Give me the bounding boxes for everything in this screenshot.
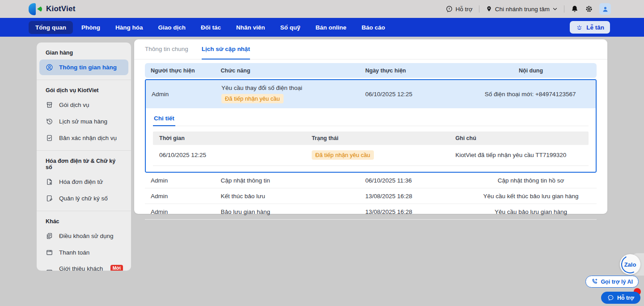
column-header: Ngày thực hiện: [360, 68, 468, 74]
nav-tab-doi-tac[interactable]: Đối tác: [194, 21, 228, 34]
terms-icon: [46, 232, 53, 240]
cell-content: Yêu cầu bảo lưu gian hàng: [468, 208, 597, 215]
zalo-button[interactable]: Zalo: [620, 254, 640, 275]
nav-tab-so-quy[interactable]: Sổ quỹ: [274, 21, 307, 34]
sidebar-item-hoa-don-dien-tu[interactable]: Hóa đơn điện tử: [39, 174, 128, 190]
cell-content: Số điện thoại mới: +84974123567: [467, 91, 596, 98]
phone-plus-icon: [591, 278, 598, 285]
sidebar-item-label: Bản xác nhận dịch vụ: [59, 135, 117, 141]
sidebar-item-label: Quản lý chữ ký số: [59, 195, 108, 202]
settings-sidebar: Gian hàng Thông tin gian hàng Gói dịch v…: [37, 42, 131, 271]
sidebar-section-gian-hang: Gian hàng: [37, 45, 131, 59]
status-badge: Đã tiếp nhận yêu cầu: [312, 150, 374, 160]
detail-row: 06/10/2025 12:25 Đã tiếp nhận yêu cầu Ki…: [153, 145, 589, 166]
sidebar-item-thong-tin-gian-hang[interactable]: Thông tin gian hàng: [39, 60, 128, 75]
settings-button[interactable]: [585, 5, 593, 13]
tab-thong-tin-chung[interactable]: Thông tin chung: [145, 39, 188, 60]
column-header: Trạng thái: [305, 135, 449, 141]
cell-user: Admin: [145, 208, 215, 215]
brand-name: KiotViet: [46, 4, 76, 13]
table-row[interactable]: Admin Kết thúc bảo lưu 13/08/2025 16:28 …: [145, 188, 597, 204]
cell-date: 06/10/2025 11:36: [360, 177, 468, 184]
help-label: Hỗ trợ: [456, 6, 473, 13]
nav-tab-phong[interactable]: Phòng: [75, 21, 107, 34]
chat-bubble-icon: [607, 294, 614, 301]
cell-date: 06/10/2025 12:25: [360, 91, 467, 98]
reception-label: Lễ tân: [586, 24, 604, 31]
tab-chi-tiet[interactable]: Chi tiết: [153, 112, 175, 126]
support-button-label: Hỗ trợ: [617, 295, 634, 301]
status-badge: Đã tiếp nhận yêu cầu: [221, 94, 284, 103]
nav-tab-bao-cao[interactable]: Báo cáo: [355, 21, 392, 34]
history-table: Người thực hiện Chức năng Ngày thực hiện…: [134, 60, 607, 220]
cell-function: Yêu cầu thay đổi số điện thoại Đã tiếp n…: [216, 85, 360, 103]
support-chat-button[interactable]: Hỗ trợ: [601, 292, 640, 304]
sidebar-item-label: Hóa đơn điện tử: [59, 178, 103, 185]
gear-icon: [585, 5, 593, 13]
nav-tab-hang-hoa[interactable]: Hàng hóa: [109, 21, 150, 34]
tab-lich-su-cap-nhat[interactable]: Lịch sử cập nhật: [202, 39, 250, 60]
divider: [153, 126, 589, 126]
detail-section: Chi tiết Thời gian Trạng thái Ghi chú 06…: [146, 108, 596, 172]
payment-icon: [46, 249, 53, 256]
divider: [479, 5, 479, 13]
bell-icon: [571, 5, 579, 13]
kiotviet-logo-icon: [29, 3, 42, 15]
nav-tab-ban-online[interactable]: Bán online: [309, 21, 353, 34]
cell-function: Cập nhật thông tin: [215, 177, 360, 184]
new-badge: Mới: [110, 265, 123, 271]
column-header: Người thực hiện: [145, 68, 215, 74]
table-header-row: Người thực hiện Chức năng Ngày thực hiện…: [145, 63, 597, 78]
ai-button-label: Gọi trợ lý AI: [601, 279, 633, 285]
nav-tab-nhan-vien[interactable]: Nhân viên: [229, 21, 272, 34]
table-row[interactable]: Admin Bảo lưu gian hàng 13/08/2025 16:28…: [145, 204, 597, 220]
signature-icon: [46, 195, 53, 202]
cell-time: 06/10/2025 12:25: [153, 152, 305, 158]
ai-assistant-call-button[interactable]: Gọi trợ lý AI: [585, 276, 639, 288]
location-pin-icon: [486, 5, 492, 13]
help-link[interactable]: Hỗ trợ: [445, 5, 473, 13]
cell-user: Admin: [145, 177, 215, 184]
envelope-icon: [46, 268, 53, 271]
branch-label: Chi nhánh trung tâm: [495, 6, 550, 13]
kiotviet-logo: KiotViet: [29, 3, 76, 15]
cell-function: Kết thúc bảo lưu: [215, 193, 360, 200]
sidebar-item-goi-dich-vu[interactable]: Gói dịch vụ: [39, 97, 128, 113]
sidebar-item-lich-su-mua-hang[interactable]: Lịch sử mua hàng: [39, 114, 128, 129]
main-nav: Tổng quan Phòng Hàng hóa Giao dịch Đối t…: [0, 18, 644, 37]
sidebar-item-label: Giới thiệu khách hàng: [59, 265, 104, 271]
cell-date: 13/08/2025 16:28: [360, 193, 468, 200]
lotus-icon: [576, 24, 583, 31]
top-bar: KiotViet Hỗ trợ Chi nhánh trung tâm: [0, 0, 644, 18]
user-avatar[interactable]: [599, 3, 611, 15]
column-header: Thời gian: [153, 135, 305, 141]
sidebar-item-quan-ly-chu-ky-so[interactable]: Quản lý chữ ký số: [39, 191, 128, 206]
divider: [564, 5, 564, 13]
sidebar-item-label: Lịch sử mua hàng: [59, 118, 107, 125]
sidebar-item-dieu-khoan-su-dung[interactable]: Điều khoản sử dụng: [39, 228, 128, 244]
sidebar-item-label: Thanh toán: [59, 249, 89, 256]
expanded-row[interactable]: Admin Yêu cầu thay đổi số điện thoại Đã …: [145, 79, 597, 173]
branch-selector[interactable]: Chi nhánh trung tâm: [486, 5, 558, 13]
sidebar-section-khac: Khác: [37, 214, 131, 227]
table-row[interactable]: Admin Cập nhật thông tin 06/10/2025 11:3…: [145, 173, 597, 188]
function-text: Yêu cầu thay đổi số điện thoại: [221, 85, 360, 91]
sidebar-item-gioi-thieu-khach-hang[interactable]: Giới thiệu khách hàng Mới: [39, 261, 128, 271]
cell-user: Admin: [146, 91, 216, 98]
nav-tab-tong-quan[interactable]: Tổng quan: [29, 21, 73, 34]
cell-note: KiotViet đã tiếp nhận yêu cầu TT7199320: [449, 152, 589, 158]
nav-tab-giao-dich[interactable]: Giao dịch: [152, 21, 193, 34]
sidebar-item-thanh-toan[interactable]: Thanh toán: [39, 245, 128, 260]
chevron-down-icon: [552, 6, 558, 12]
column-header: Nội dung: [468, 68, 597, 74]
detail-header-row: Thời gian Trạng thái Ghi chú: [153, 132, 589, 145]
sidebar-item-label: Thông tin gian hàng: [59, 64, 117, 71]
user-icon: [602, 5, 609, 13]
storefront-icon: [46, 101, 53, 109]
notifications-button[interactable]: [571, 5, 579, 13]
help-bubble-icon: [445, 5, 453, 13]
sidebar-item-label: Điều khoản sử dụng: [59, 233, 114, 239]
store-info-panel: Thông tin chung Lịch sử cập nhật Người t…: [134, 39, 607, 214]
reception-button[interactable]: Lễ tân: [570, 21, 610, 34]
sidebar-item-ban-xac-nhan-dich-vu[interactable]: Bản xác nhận dịch vụ: [39, 130, 128, 146]
